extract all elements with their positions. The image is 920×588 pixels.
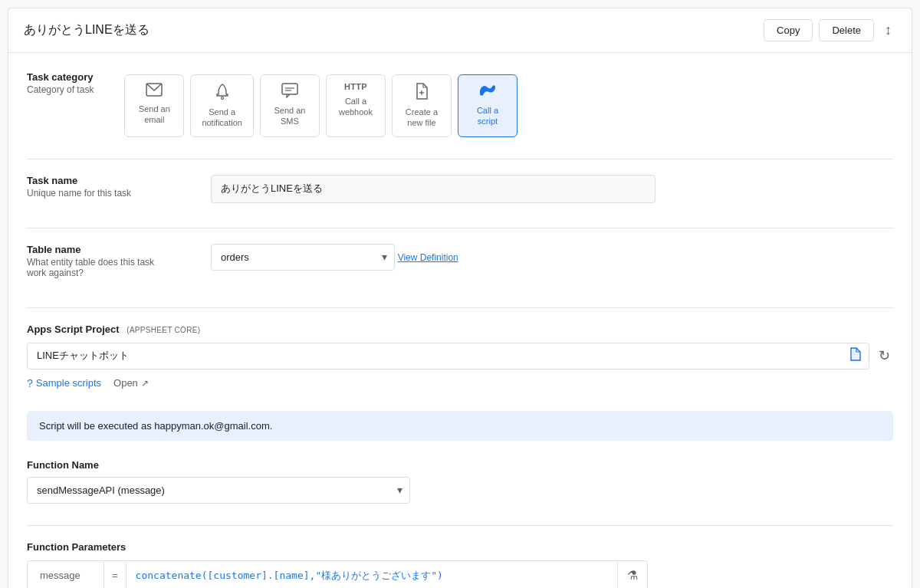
category-script-label: Call ascript [477,105,498,127]
page-title: ありがとうLINEを送る [24,22,150,38]
table-name-select-wrapper: orders ▾ [211,244,395,271]
task-name-section: Task name Unique name for this task [27,175,893,206]
sample-scripts-icon: ? [27,377,33,389]
open-label: Open [113,377,138,389]
category-card-notification[interactable]: Send anotification [190,74,254,137]
open-link[interactable]: Open ↗ [113,377,149,389]
function-select-wrapper: sendMessageAPI (message) ▾ [27,477,410,504]
apps-script-label: Apps Script Project [27,324,120,335]
category-card-webhook[interactable]: HTTP Call awebhook [326,74,386,137]
notification-icon [215,83,229,102]
info-banner: Script will be executed as happyman.ok@g… [27,411,893,441]
table-name-select[interactable]: orders [211,244,395,271]
function-name-section: Function Name sendMessageAPI (message) ▾ [27,459,893,504]
category-card-script[interactable]: Call ascript [458,74,518,137]
sample-scripts-button[interactable]: ? Sample scripts [27,377,101,389]
content: Task category Category of task Send anem… [8,53,912,588]
apps-script-input[interactable] [27,343,869,370]
function-parameters-section: Function Parameters message = concatenat… [27,541,893,588]
category-sms-label: Send anSMS [274,105,305,127]
category-notification-label: Send anotification [202,107,242,129]
more-options-button[interactable]: ↕ [880,19,896,41]
script-input-row: ↻ [27,343,893,370]
sample-scripts-label: Sample scripts [36,377,101,389]
table-name-section: Table name What entity table does this t… [27,244,893,286]
param-name: message [28,562,104,588]
category-card-email[interactable]: Send anemail [124,74,184,137]
page-wrapper: ありがとうLINEを送る Copy Delete ↕ Task category… [8,8,912,588]
webhook-icon: HTTP [344,83,367,91]
function-name-label: Function Name [27,459,893,471]
copy-button[interactable]: Copy [764,19,813,41]
script-links: ? Sample scripts Open ↗ [27,377,893,389]
script-icon [478,83,497,100]
category-card-new-file[interactable]: Create anew file [392,74,452,137]
view-definition-link[interactable]: View Definition [398,252,458,263]
header-actions: Copy Delete ↕ [764,19,896,41]
new-file-icon [415,83,429,102]
param-test-icon[interactable]: ⚗ [617,562,647,588]
param-value[interactable]: concatenate([customer].[name],"様ありがとうござい… [127,561,617,588]
category-cards: Send anemail Send anotification [124,74,518,137]
function-parameters-label: Function Parameters [27,541,893,553]
sms-icon [281,83,298,100]
category-card-sms[interactable]: Send anSMS [260,74,320,137]
task-name-sublabel: Unique name for this task [27,188,180,199]
open-external-icon: ↗ [141,378,149,389]
param-eq: = [104,562,127,588]
task-category-label: Task category [27,71,94,83]
divider-2 [27,228,893,228]
category-webhook-label: Call awebhook [339,96,373,118]
svg-rect-2 [282,84,297,94]
table-name-label: Table name [27,244,180,255]
table-name-sublabel: What entity table does this task work ag… [27,257,180,278]
info-banner-text: Script will be executed as happyman.ok@g… [39,420,272,432]
apps-script-header: Apps Script Project (APPSHEET CORE) [27,324,893,335]
apps-script-badge: (APPSHEET CORE) [127,326,200,334]
email-icon [146,83,163,99]
category-email-label: Send anemail [139,103,170,126]
svg-point-7 [481,90,484,94]
apps-script-file-icon[interactable] [849,347,862,364]
refresh-button[interactable]: ↻ [876,344,893,367]
header: ありがとうLINEを送る Copy Delete ↕ [8,8,912,53]
apps-script-section: Apps Script Project (APPSHEET CORE) ↻ [27,324,893,389]
delete-button[interactable]: Delete [819,19,874,41]
task-category-section: Task category Category of task Send anem… [27,71,893,137]
task-name-input[interactable] [211,175,656,203]
svg-point-1 [221,97,223,100]
task-name-label: Task name [27,175,180,186]
category-new-file-label: Create anew file [406,107,438,129]
divider-1 [27,159,893,159]
param-row: message = concatenate([customer].[name],… [27,560,648,588]
divider-4 [27,525,893,526]
function-name-select[interactable]: sendMessageAPI (message) [27,477,410,504]
task-category-sublabel: Category of task [27,84,94,95]
script-input-wrapper [27,343,869,370]
divider-3 [27,307,893,308]
